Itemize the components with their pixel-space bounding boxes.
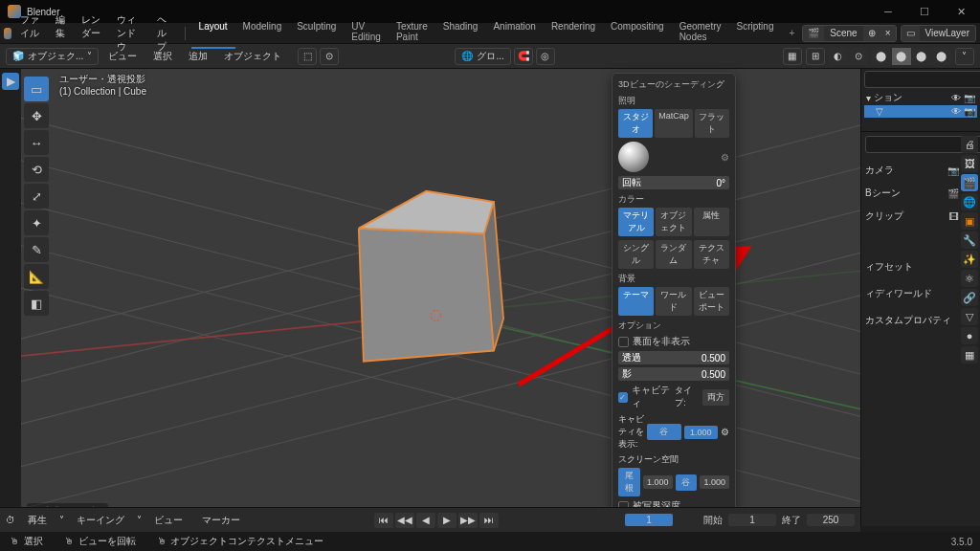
props-camera[interactable]: カメラ	[865, 164, 894, 177]
ptab-constraint[interactable]: 🔗	[961, 289, 978, 306]
editor-3dview-icon[interactable]: ▶	[2, 73, 19, 90]
viewlayer-select[interactable]: ▭ ViewLayer	[901, 25, 977, 42]
ptab-render[interactable]: 🖨	[961, 136, 978, 153]
ptab-physics[interactable]: ⚛	[961, 270, 978, 287]
color-options-1[interactable]: マテリアル オブジェクト 属性	[618, 208, 729, 236]
props-custom[interactable]: カスタムプロパティ	[865, 314, 959, 327]
pivot-button[interactable]: ⊙	[320, 48, 339, 65]
studio-gear-icon[interactable]: ⚙	[721, 152, 729, 163]
props-bgscene[interactable]: Bシーン	[865, 187, 901, 200]
gizmo-toggle[interactable]: ⊞	[806, 48, 825, 65]
tl-play[interactable]: 再生	[21, 511, 54, 530]
maximize-button[interactable]: ☐	[907, 0, 942, 23]
timeline-editor-icon[interactable]: ⏱	[6, 515, 15, 525]
cavity-gear-icon[interactable]: ⚙	[721, 427, 729, 437]
shading-dropdown-button[interactable]: ˅	[955, 48, 974, 65]
transform-orient[interactable]: 🌐 グロ...	[455, 48, 510, 65]
shading-mode-buttons[interactable]: ⬤⬤⬤⬤	[872, 48, 951, 65]
snap-toggle[interactable]: 🧲	[514, 48, 533, 65]
tab-modeling[interactable]: Modeling	[235, 18, 290, 49]
tab-animation[interactable]: Animation	[485, 18, 543, 49]
play-icon[interactable]: ▶	[437, 513, 457, 528]
tab-shading[interactable]: Shading	[435, 18, 486, 49]
lighting-options[interactable]: スタジオ MatCap フラット	[618, 109, 729, 138]
measure-tool[interactable]: 📐	[24, 264, 49, 289]
tab-layout[interactable]: Layout	[191, 18, 235, 49]
3d-viewport[interactable]: ▭ ✥ ↔ ⟲ ⤢ ✦ ✎ 📐 ◧ ユーザー・透視投影 (1) Collecti…	[21, 69, 860, 526]
select-tool[interactable]: ▭	[24, 77, 49, 101]
workspace-add-button[interactable]: +	[783, 25, 800, 41]
minimize-button[interactable]: ─	[871, 0, 905, 23]
camera-icon[interactable]: 📷	[964, 93, 975, 103]
tab-texture-paint[interactable]: Texture Paint	[389, 18, 435, 49]
props-offset[interactable]: ィフセット	[865, 260, 959, 274]
gizmo-selectability[interactable]: ▦	[783, 48, 802, 65]
current-frame-field[interactable]: 1	[625, 514, 673, 526]
cavity-type-select[interactable]: 両方	[702, 389, 729, 406]
matcap-sphere-icon[interactable]	[618, 142, 649, 172]
valley-value[interactable]: 1.000	[700, 475, 729, 489]
end-frame-field[interactable]: 250	[807, 514, 855, 526]
ridge-value[interactable]: 1.000	[643, 475, 673, 489]
tab-compositing[interactable]: Compositing	[603, 18, 672, 49]
scale-tool[interactable]: ⤢	[24, 184, 49, 209]
object-menu[interactable]: オブジェクト	[217, 47, 288, 66]
ptab-texture[interactable]: ▦	[961, 346, 978, 364]
eye-icon[interactable]: 👁	[951, 93, 961, 103]
outliner-search-input[interactable]	[864, 71, 980, 88]
ptab-object[interactable]: ▣	[961, 212, 978, 230]
scene-select[interactable]: 🎬 Scene ⊕ ×	[802, 25, 896, 42]
color-options-2[interactable]: シングル ランダム テクスチャ	[618, 240, 729, 269]
outliner-item[interactable]: ション	[874, 91, 902, 104]
close-button[interactable]: ✕	[944, 0, 978, 23]
ptab-particle[interactable]: ✨	[961, 251, 978, 268]
add-menu[interactable]: 追加	[182, 47, 214, 66]
select-menu[interactable]: 選択	[146, 47, 179, 66]
playback-controls[interactable]: ⏮ ◀◀ ◀ ▶ ▶▶ ⏭	[374, 513, 499, 528]
tl-keying[interactable]: キーイング	[70, 511, 131, 530]
ptab-world[interactable]: 🌐	[961, 193, 978, 210]
tl-marker[interactable]: マーカー	[195, 511, 247, 530]
outliner[interactable]: ▽ ▾ション 👁 📷 ▽ 👁📷	[861, 69, 980, 132]
ptab-scene[interactable]: 🎬	[961, 174, 978, 191]
ptab-material[interactable]: ●	[961, 327, 978, 344]
jump-start-icon[interactable]: ⏮	[374, 513, 393, 528]
view-menu[interactable]: ビュー	[101, 47, 144, 66]
backface-check[interactable]: 裏面を非表示	[618, 335, 729, 348]
play-rev-icon[interactable]: ◀	[416, 513, 435, 528]
mode-select[interactable]: 🧊 オブジェク... ˅	[6, 48, 99, 65]
next-key-icon[interactable]: ▶▶	[458, 513, 478, 528]
overlay-buttons[interactable]: ◐⊙	[829, 48, 868, 65]
prev-key-icon[interactable]: ◀◀	[395, 513, 414, 528]
addcube-tool[interactable]: ◧	[24, 291, 49, 316]
eye-icon[interactable]: 👁	[951, 106, 961, 117]
menu-bar: ファイル編集レンダーウィンドウヘルプ LayoutModelingSculpti…	[0, 23, 980, 44]
ptab-modifier[interactable]: 🔧	[961, 231, 978, 249]
cursor-tool[interactable]: ✥	[24, 103, 49, 128]
transform-tool[interactable]: ✦	[24, 210, 49, 235]
tab-scripting[interactable]: Scripting	[729, 18, 782, 49]
tab-rendering[interactable]: Rendering	[544, 18, 603, 49]
move-tool[interactable]: ↔	[24, 130, 49, 155]
cavity-valley-slider[interactable]: 谷	[647, 424, 680, 440]
rotate-tool[interactable]: ⟲	[24, 157, 49, 182]
props-world[interactable]: ィディワールド	[865, 287, 959, 300]
jump-end-icon[interactable]: ⏭	[479, 513, 499, 528]
ptab-output[interactable]: 🖼	[961, 155, 978, 172]
annotate-tool[interactable]: ✎	[24, 237, 49, 262]
ptab-data[interactable]: ▽	[961, 308, 978, 325]
camera-icon[interactable]: 📷	[964, 106, 975, 117]
start-frame-field[interactable]: 1	[728, 514, 776, 526]
tab-geometry-nodes[interactable]: Geometry Nodes	[672, 18, 729, 49]
tab-sculpting[interactable]: Sculpting	[289, 18, 344, 49]
orientation-button[interactable]: ⬚	[298, 48, 317, 65]
scene-del-icon[interactable]: ×	[880, 26, 896, 41]
props-clip[interactable]: クリップ	[865, 209, 903, 223]
scene-new-icon[interactable]: ⊕	[863, 26, 880, 41]
tl-view[interactable]: ビュー	[147, 511, 189, 530]
bg-options[interactable]: テーマ ワールド ビューポート	[618, 287, 729, 316]
proportional-toggle[interactable]: ◎	[536, 48, 555, 65]
cavity-check[interactable]: ✓キャビティ タイプ: 両方	[618, 384, 729, 410]
cavity-value-slider[interactable]: 1.000	[684, 426, 718, 439]
tab-uv-editing[interactable]: UV Editing	[344, 18, 389, 49]
